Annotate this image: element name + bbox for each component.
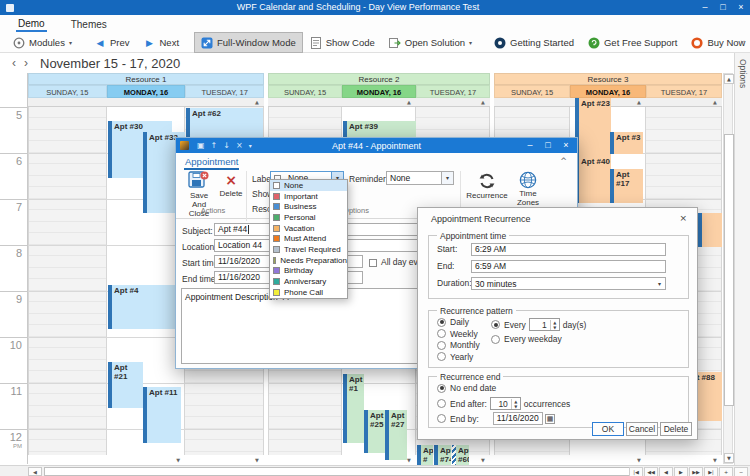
label-option-anniversary[interactable]: Anniversary: [270, 276, 347, 287]
all-day-area[interactable]: [28, 98, 264, 107]
day-column[interactable]: [28, 107, 107, 455]
scroll-down-icon[interactable]: ▼: [724, 453, 734, 463]
appointment[interactable]: Apt #27: [385, 410, 407, 460]
navigator-button[interactable]: ◀◀: [644, 467, 658, 476]
vertical-scrollbar[interactable]: ▲ ▼: [723, 73, 733, 464]
day-header-monday-16[interactable]: MONDAY, 16: [342, 85, 416, 98]
more-appointments-up-icon[interactable]: ▲: [407, 100, 411, 105]
label-option-needs-preparation[interactable]: Needs Preparation: [270, 255, 347, 266]
every-days-radio[interactable]: Every 1▲▼ day(s): [491, 318, 586, 331]
end-after-radio[interactable]: End after: 10▲▼ occurrences: [437, 397, 570, 410]
occurrences-spinner[interactable]: 10▲▼: [490, 397, 521, 410]
appointment[interactable]: Apt #: [417, 445, 433, 465]
navigator-button[interactable]: ▶|: [704, 467, 718, 476]
ok-button[interactable]: OK: [592, 422, 624, 436]
navigator-button[interactable]: ◀: [659, 467, 673, 476]
all-day-area[interactable]: [268, 98, 490, 107]
appointment[interactable]: Apt #4: [108, 285, 185, 329]
duration-dropdown-icon[interactable]: ▾: [654, 278, 665, 289]
pattern-radio-monthly[interactable]: Monthly: [437, 340, 480, 350]
date-picker-icon[interactable]: ▦: [545, 414, 556, 424]
recurrence-button[interactable]: Recurrence: [464, 171, 510, 200]
close-icon[interactable]: ×: [236, 138, 243, 153]
close-button[interactable]: ×: [732, 0, 750, 15]
day-header-sunday-15[interactable]: SUNDAY, 15: [268, 85, 342, 98]
end-by-radio[interactable]: End by: 11/16/2020 ▦: [437, 412, 555, 425]
more-appointments-down-icon[interactable]: ▼: [255, 458, 259, 463]
reminder-combobox-dropdown-icon[interactable]: ▾: [441, 172, 453, 184]
more-appointments-down-icon[interactable]: ▼: [176, 458, 180, 463]
appointment[interactable]: Apt #3: [610, 132, 643, 154]
modules-button[interactable]: Modules▾: [6, 32, 79, 53]
day-header-monday-16[interactable]: MONDAY, 16: [570, 85, 646, 98]
time-zones-button[interactable]: Time Zones: [512, 171, 544, 207]
more-appointments-up-icon[interactable]: ▲: [255, 100, 259, 105]
getting-started-button[interactable]: Getting Started: [487, 32, 581, 53]
day-header-tuesday-17[interactable]: TUESDAY, 17: [416, 85, 490, 98]
dropdown-icon[interactable]: ▾: [249, 138, 252, 153]
label-option-important[interactable]: Important: [270, 191, 347, 202]
label-option-vacation[interactable]: Vacation: [270, 223, 347, 234]
label-option-must-attend[interactable]: Must Attend: [270, 233, 347, 244]
day-header-monday-16[interactable]: MONDAY, 16: [107, 85, 186, 98]
appointment[interactable]: Apt #21: [108, 362, 143, 408]
appointment-dialog-titlebar[interactable]: ▣ ↑ ↓ × ▾ Apt #44 - Appointment – □ ×: [176, 138, 577, 153]
appointment[interactable]: [698, 213, 722, 247]
get-free-support-button[interactable]: Get Free Support: [581, 32, 684, 53]
options-panel-collapsed[interactable]: Options: [734, 53, 750, 476]
horizontal-scrollbar-thumb[interactable]: [44, 467, 640, 476]
navigator-button[interactable]: ▶▶: [689, 467, 703, 476]
reminder-combobox[interactable]: None ▾: [386, 171, 454, 185]
label-option-birthday[interactable]: Birthday: [270, 266, 347, 277]
delete-button[interactable]: × Delete: [218, 171, 244, 198]
appointment[interactable]: Apt #1: [343, 374, 364, 443]
minimize-button[interactable]: –: [696, 0, 714, 15]
pattern-radio-yearly[interactable]: Yearly: [437, 352, 473, 362]
label-option-personal[interactable]: Personal: [270, 212, 347, 223]
more-appointments-down-icon[interactable]: ▼: [713, 458, 717, 463]
cancel-button[interactable]: Cancel: [626, 422, 658, 436]
ribbon-collapse-icon[interactable]: ^: [560, 157, 567, 166]
recurrence-end-input[interactable]: 6:59 AM: [471, 260, 666, 273]
label-option-travel-required[interactable]: Travel Required: [270, 244, 347, 255]
recurrence-close-icon[interactable]: ×: [679, 213, 687, 223]
navigator-button[interactable]: |◀: [629, 467, 643, 476]
navigator-button[interactable]: ▶: [674, 467, 688, 476]
move-down-icon[interactable]: ↓: [223, 138, 230, 153]
dialog-maximize-button[interactable]: □: [539, 138, 557, 153]
toolbar-overflow-chevron-icon[interactable]: ›: [738, 40, 747, 43]
spin-down-icon[interactable]: ▼: [512, 404, 520, 409]
day-header-sunday-15[interactable]: SUNDAY, 15: [494, 85, 570, 98]
prev-button[interactable]: ◀Prev: [87, 32, 137, 53]
more-appointments-up-icon[interactable]: ▲: [637, 100, 641, 105]
show-code-button[interactable]: Show Code: [303, 32, 382, 53]
more-appointments-up-icon[interactable]: ▲: [713, 100, 717, 105]
menu-item-themes[interactable]: Themes: [69, 17, 109, 31]
navigator-button[interactable]: +: [719, 467, 733, 476]
pattern-radio-weekly[interactable]: Weekly: [437, 329, 478, 339]
appointment[interactable]: Apt #39: [343, 121, 416, 137]
every-weekday-radio[interactable]: Every weekday: [491, 334, 562, 344]
dialog-close-button[interactable]: ×: [557, 138, 575, 153]
recurrence-start-input[interactable]: 6:29 AM: [471, 243, 666, 256]
open-solution-button[interactable]: Open Solution▾: [382, 32, 479, 53]
no-end-date-radio[interactable]: No end date: [437, 383, 496, 393]
recurrence-delete-button[interactable]: Delete: [660, 422, 692, 436]
full-window-mode-button[interactable]: Full-Window Mode: [194, 32, 303, 53]
maximize-button[interactable]: □: [714, 0, 732, 15]
every-days-spinner[interactable]: 1▲▼: [529, 318, 560, 331]
end-by-date-input[interactable]: 11/16/2020: [493, 412, 543, 425]
date-next-icon[interactable]: ›: [20, 57, 32, 69]
horizontal-scrollbar[interactable]: ◀ ▶ |◀◀◀◀▶▶▶▶|+−: [0, 465, 750, 476]
appointment[interactable]: Apt #25: [364, 410, 385, 453]
move-up-icon[interactable]: ↑: [211, 138, 218, 153]
scroll-left-icon[interactable]: ◀: [28, 467, 42, 476]
more-appointments-up-icon[interactable]: ▲: [481, 100, 485, 105]
menu-item-demo[interactable]: Demo: [16, 16, 47, 32]
more-appointments-down-icon[interactable]: ▼: [407, 458, 411, 463]
appointment[interactable]: Apt #11: [143, 387, 181, 443]
day-header-tuesday-17[interactable]: TUESDAY, 17: [646, 85, 722, 98]
vertical-scrollbar-thumb[interactable]: [724, 134, 734, 406]
date-prev-icon[interactable]: ‹: [8, 57, 20, 69]
label-option-phone-call[interactable]: Phone Call: [270, 287, 347, 298]
